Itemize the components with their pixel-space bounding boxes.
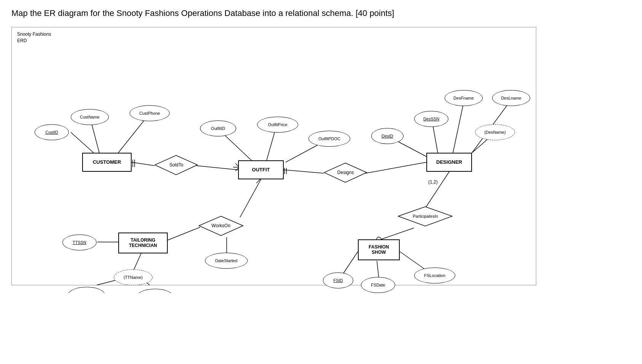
svg-line-12 xyxy=(453,99,464,153)
svg-line-8 xyxy=(284,170,324,173)
rel-soldto: SoldTo xyxy=(154,155,198,176)
svg-line-22 xyxy=(425,172,449,208)
svg-line-4 xyxy=(196,166,238,170)
cardinality-12: (1,2) xyxy=(428,179,438,185)
svg-line-9 xyxy=(365,162,426,173)
svg-line-0 xyxy=(71,132,94,153)
attr-desfname: DesFname xyxy=(445,90,483,106)
svg-line-15 xyxy=(240,179,261,217)
rel-workson: WorksOn xyxy=(198,215,244,236)
rel-designs: Designs xyxy=(324,162,367,183)
attr-desid: DesID xyxy=(371,128,404,144)
entity-outfit: OUTFIT xyxy=(238,160,284,179)
attr-fsid: FSID xyxy=(323,272,353,288)
page-title: Map the ER diagram for the Snooty Fashio… xyxy=(11,8,631,19)
attr-ttssn: TTSSN xyxy=(62,234,97,250)
attr-datestarted: DateStarted xyxy=(205,253,248,269)
attr-custphone: CustPhone xyxy=(130,105,170,121)
attr-ttname: (TTName) xyxy=(114,269,153,285)
erd-diagram: Snooty Fashions ERD xyxy=(11,27,536,285)
attr-outfitid: OutfitID xyxy=(200,120,236,136)
attr-outfitprice: OutfitPrice xyxy=(257,117,298,133)
attr-fslocation: FSLocation xyxy=(414,267,455,283)
attr-fsdate: FSDate xyxy=(361,277,395,293)
attr-custid: CustID xyxy=(35,124,69,140)
svg-line-19 xyxy=(133,253,141,271)
attr-ttfname: TTFname xyxy=(68,287,105,293)
svg-line-37 xyxy=(256,179,260,183)
entity-fashionshow: FASHIONSHOW xyxy=(358,239,400,260)
attr-outfitpdoc: OutfitPDOC xyxy=(308,131,350,147)
attr-ttlname: TTLname xyxy=(137,289,173,293)
attr-deslname: DesLname xyxy=(492,90,530,106)
attr-desssn: DesSSN xyxy=(414,111,448,127)
entity-customer: CUSTOMER xyxy=(82,153,132,172)
rel-participatesin: ParticipatesIn xyxy=(398,206,453,227)
svg-line-3 xyxy=(132,162,154,166)
attr-custname: CustName xyxy=(71,109,109,125)
svg-line-16 xyxy=(168,227,200,240)
svg-line-25 xyxy=(377,261,379,278)
entity-tailoring: TAILORINGTECHNICIAN xyxy=(118,233,168,253)
diagram-label: Snooty Fashions ERD xyxy=(17,31,51,44)
svg-line-23 xyxy=(379,228,414,240)
attr-desname: (DesName) xyxy=(475,124,515,140)
entity-designer: DESIGNER xyxy=(426,153,472,172)
